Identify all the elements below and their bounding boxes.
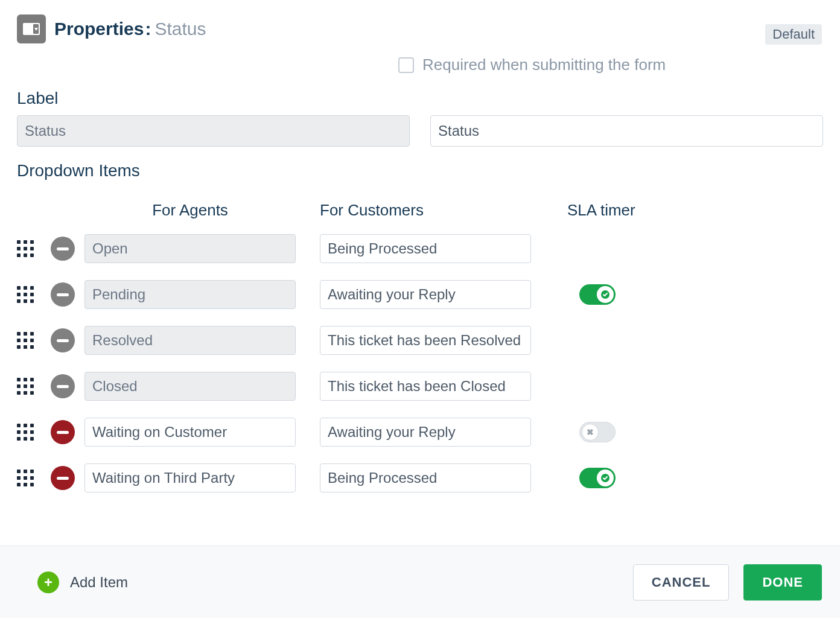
- agent-value-input[interactable]: [84, 464, 296, 492]
- label-editable-input[interactable]: [430, 115, 823, 147]
- page-title: Properties: [54, 19, 144, 39]
- label-heading: Label: [0, 74, 840, 115]
- remove-item-button[interactable]: [51, 420, 75, 444]
- customer-value-input[interactable]: [320, 464, 531, 492]
- remove-item-button[interactable]: [51, 237, 75, 261]
- cancel-button[interactable]: CANCEL: [633, 564, 730, 600]
- dropdown-items-heading: Dropdown Items: [0, 147, 840, 188]
- add-item-label: Add Item: [70, 574, 128, 591]
- plus-icon: +: [37, 572, 59, 593]
- dropdown-field-icon: [17, 14, 46, 43]
- drag-handle-icon[interactable]: [17, 470, 34, 486]
- drag-handle-icon[interactable]: [17, 378, 34, 395]
- customer-value-input[interactable]: [320, 234, 531, 263]
- column-customers: For Customers: [320, 201, 531, 220]
- page-subtitle: Status: [154, 19, 206, 39]
- remove-item-button[interactable]: [51, 282, 75, 307]
- sla-toggle[interactable]: ✖: [579, 422, 616, 442]
- drag-handle-icon[interactable]: [17, 240, 34, 257]
- title-separator: :: [145, 19, 151, 39]
- agent-value-input: [84, 372, 296, 401]
- agent-value-input[interactable]: [84, 418, 296, 447]
- required-label: Required when submitting the form: [422, 56, 666, 74]
- done-button[interactable]: DONE: [743, 564, 822, 600]
- label-readonly-input: [17, 115, 410, 147]
- drag-handle-icon[interactable]: [17, 332, 34, 349]
- dropdown-item-row: ✖: [17, 409, 823, 455]
- sla-toggle[interactable]: [579, 284, 616, 305]
- drag-handle-icon[interactable]: [17, 424, 34, 441]
- dropdown-item-row: [17, 272, 823, 317]
- customer-value-input[interactable]: [320, 326, 531, 355]
- dropdown-item-row: [17, 363, 823, 409]
- default-badge: Default: [765, 24, 822, 45]
- customer-value-input[interactable]: [320, 372, 531, 401]
- agent-value-input: [84, 326, 296, 355]
- customer-value-input[interactable]: [320, 418, 531, 447]
- drag-handle-icon[interactable]: [17, 286, 34, 303]
- sla-toggle[interactable]: [579, 468, 616, 488]
- remove-item-button[interactable]: [51, 374, 75, 398]
- column-sla: SLA timer: [567, 201, 688, 220]
- remove-item-button[interactable]: [51, 328, 75, 352]
- required-checkbox[interactable]: [398, 57, 414, 73]
- dropdown-item-row: [17, 317, 823, 363]
- customer-value-input[interactable]: [320, 280, 531, 309]
- add-item-button[interactable]: + Add Item: [37, 572, 128, 593]
- column-agents: For Agents: [84, 201, 296, 220]
- remove-item-button[interactable]: [51, 466, 75, 490]
- dropdown-item-row: [17, 455, 823, 501]
- agent-value-input: [84, 234, 296, 263]
- agent-value-input: [84, 280, 296, 309]
- dropdown-item-row: [17, 226, 823, 272]
